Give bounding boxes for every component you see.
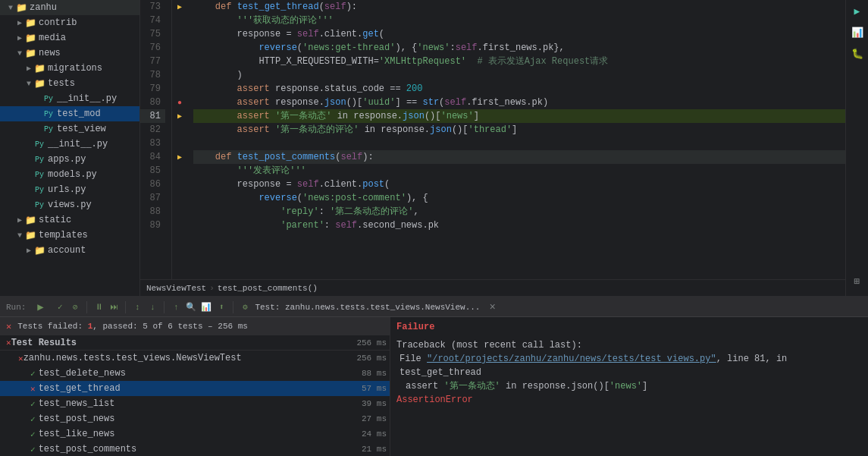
test-name: test_post_news xyxy=(39,414,115,424)
test-name: test_post_comments xyxy=(39,444,137,454)
code-line-74: '''获取动态的评论''' xyxy=(193,14,845,27)
sidebar-item-account[interactable]: ▶ 📁 account xyxy=(0,243,139,258)
arrow-icon: ▶ xyxy=(24,64,33,73)
breadcrumb: NewsViewTest › test_post_comments() xyxy=(140,279,845,296)
export-button[interactable]: ⬆ xyxy=(215,300,228,314)
code-line-75: response = self.client.get( xyxy=(193,27,845,41)
test-item-delete-news[interactable]: ✓ test_delete_news 88 ms xyxy=(0,366,390,381)
folder-icon: 📁 xyxy=(24,229,36,241)
run-button[interactable]: ▶ xyxy=(849,3,866,20)
sidebar-item-init-py[interactable]: ▶ Py __init__.py xyxy=(0,91,139,106)
gutter-80: ● xyxy=(172,96,187,109)
run-test-name: Test: zanhu.news.tests.test_views.NewsVi… xyxy=(255,303,480,312)
search-button[interactable]: 🔍 xyxy=(184,300,198,314)
file-icon: Py xyxy=(33,153,45,165)
code-editor: 73 74 75 76 77 78 79 80 81 82 83 84 85 8… xyxy=(140,0,845,296)
gutter-icons: ▶ ● ▶ ▶ xyxy=(172,0,187,279)
code-lines[interactable]: def test_get_thread(self): '''获取动态的评论'''… xyxy=(187,0,845,279)
folder-icon: 📁 xyxy=(33,62,45,74)
test-name: test_delete_news xyxy=(39,368,126,379)
sidebar-item-init2-py[interactable]: ▶ Py __init__.py xyxy=(0,137,139,152)
assert-line: assert '第一条动态' in response.json()['news'… xyxy=(396,379,862,393)
sort2-button[interactable]: ⏭ xyxy=(107,300,121,314)
coverage-button[interactable]: 📊 xyxy=(849,24,866,41)
test-pass-icon: ✓ xyxy=(30,445,36,454)
sidebar-item-urls-py[interactable]: ▶ Py urls.py xyxy=(0,182,139,197)
test-item-get-thread[interactable]: ✕ test_get_thread 57 ms xyxy=(0,381,390,396)
main-container: ▼ 📁 zanhu ▶ 📁 contrib ▶ 📁 media ▼ 📁 news xyxy=(0,0,868,456)
terminal-button[interactable]: ⊞ xyxy=(849,273,866,290)
gutter-77 xyxy=(172,55,187,68)
sidebar-item-test-view[interactable]: ▶ Py test_view xyxy=(0,121,139,137)
code-line-77: HTTP_X_REQUESTED_WITH='XMLHttpRequest' #… xyxy=(193,55,845,68)
stop-button[interactable]: ⊘ xyxy=(68,300,82,314)
sidebar-item-migrations[interactable]: ▶ 📁 migrations xyxy=(0,61,139,76)
line-num-88: 88 xyxy=(140,205,165,219)
suite-fail-icon: ✕ xyxy=(6,338,11,348)
sidebar-item-news[interactable]: ▼ 📁 news xyxy=(0,46,139,61)
test-results-node[interactable]: ✕ Test Results 256 ms xyxy=(0,335,390,351)
test-item-post-news[interactable]: ✓ test_post_news 27 ms xyxy=(0,411,390,426)
filter-button[interactable]: ↑ xyxy=(169,300,183,314)
gutter-83 xyxy=(172,137,187,150)
line-num-86: 86 xyxy=(140,178,165,191)
run-play-button[interactable]: ▶ xyxy=(33,300,47,314)
arrow-icon: ▶ xyxy=(15,215,24,225)
file-line: File "/root/projects/zanhu/zanhu/news/te… xyxy=(396,352,862,379)
rerun-button[interactable]: ✓ xyxy=(53,300,67,314)
sidebar-item-models-py[interactable]: ▶ Py models.py xyxy=(0,167,139,182)
test-pass-icon: ✓ xyxy=(30,399,36,409)
code-line-79: assert response.status_code == 200 xyxy=(193,82,845,96)
code-line-78: ) xyxy=(193,68,845,82)
collapse-button[interactable]: ↓ xyxy=(146,300,159,314)
test-name: test_like_news xyxy=(39,429,115,439)
code-line-86: response = self.client.post( xyxy=(193,178,845,191)
sidebar-item-label: test_mod xyxy=(57,108,101,119)
suite-total-time: 256 ms xyxy=(356,338,387,348)
line-num-78: 78 xyxy=(140,68,165,82)
sidebar-item-label: apps.py xyxy=(48,154,86,165)
test-suite-node[interactable]: ✕ zanhu.news.tests.test_views.NewsViewTe… xyxy=(0,351,390,366)
sidebar-item-label: news xyxy=(39,48,61,58)
line-num-87: 87 xyxy=(140,191,165,205)
sidebar-item-contrib[interactable]: ▶ 📁 contrib xyxy=(0,15,139,30)
chart-button[interactable]: 📊 xyxy=(199,300,213,314)
sidebar-item-media[interactable]: ▶ 📁 media xyxy=(0,30,139,46)
test-item-like-news[interactable]: ✓ test_like_news 24 ms xyxy=(0,426,390,442)
file-icon: Py xyxy=(42,108,55,120)
line-num-77: 77 xyxy=(140,55,165,68)
close-run-button[interactable]: × xyxy=(489,301,495,313)
sidebar-item-apps-py[interactable]: ▶ Py apps.py xyxy=(0,152,139,167)
test-time: 88 ms xyxy=(362,369,387,378)
sidebar-item-label: __init__.py xyxy=(57,93,117,104)
test-item-post-comments[interactable]: ✓ test_post_comments 21 ms xyxy=(0,442,390,456)
sort-button[interactable]: ⏸ xyxy=(92,300,105,314)
code-line-81: assert '第一条动态' in response.json()['news'… xyxy=(193,109,845,123)
line-num-89: 89 xyxy=(140,219,165,232)
sidebar-item-tests[interactable]: ▼ 📁 tests xyxy=(0,76,139,91)
file-tree: ▼ 📁 zanhu ▶ 📁 contrib ▶ 📁 media ▼ 📁 news xyxy=(0,0,140,296)
debug-button[interactable]: 🐛 xyxy=(849,46,866,62)
folder-icon: 📁 xyxy=(33,77,45,90)
settings-button[interactable]: ⚙ xyxy=(238,300,252,314)
toolbar-sep-3 xyxy=(164,301,165,313)
sidebar-item-label: templates xyxy=(39,230,88,241)
file-icon: Py xyxy=(33,199,45,211)
status-bar: ✕ Tests failed: 1, passed: 5 of 6 tests … xyxy=(0,317,390,335)
code-line-89: 'parent': self.second_news.pk xyxy=(193,219,845,232)
expand-button[interactable]: ↕ xyxy=(130,300,144,314)
sidebar-item-zanhu[interactable]: ▼ 📁 zanhu xyxy=(0,0,139,15)
status-text: Tests failed: 1, passed: 5 of 6 tests – … xyxy=(17,322,248,331)
sidebar-item-test-mod[interactable]: ▶ Py test_mod xyxy=(0,106,139,121)
gutter-78 xyxy=(172,68,187,82)
line-num-79: 79 xyxy=(140,82,165,96)
file-icon: Py xyxy=(33,138,45,150)
gutter-74 xyxy=(172,14,187,27)
sidebar-item-templates[interactable]: ▼ 📁 templates xyxy=(0,228,139,243)
sidebar-item-static[interactable]: ▶ 📁 static xyxy=(0,212,139,228)
code-content: 73 74 75 76 77 78 79 80 81 82 83 84 85 8… xyxy=(140,0,845,279)
gutter-81: ▶ xyxy=(172,109,187,123)
sidebar-item-views-py[interactable]: ▶ Py views.py xyxy=(0,197,139,212)
test-item-news-list[interactable]: ✓ test_news_list 39 ms xyxy=(0,396,390,411)
line-num-84: 84 xyxy=(140,150,165,164)
